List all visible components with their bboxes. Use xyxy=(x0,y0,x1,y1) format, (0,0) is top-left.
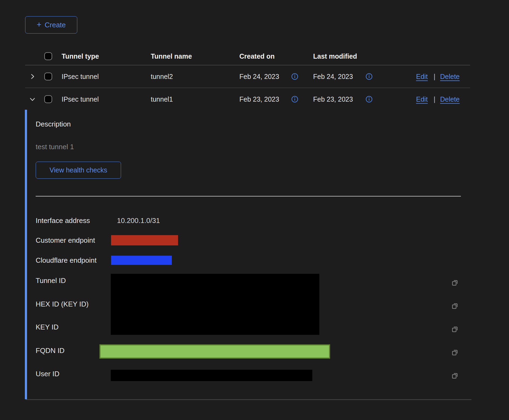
copy-icon xyxy=(451,349,459,356)
table-row: IPsec tunnel tunnel1 Feb 23, 2023 Feb 23… xyxy=(25,88,470,111)
action-separator: | xyxy=(434,95,436,103)
table-bottom-divider xyxy=(26,399,471,400)
create-button[interactable]: + Create xyxy=(25,16,77,34)
description-value: test tunnel 1 xyxy=(36,143,74,151)
created-on-info-icon[interactable] xyxy=(291,95,299,103)
created-on-cell: Feb 23, 2023 xyxy=(239,95,279,103)
copy-fqdn-id-button[interactable] xyxy=(450,347,460,358)
column-header-tunnel-type: Tunnel type xyxy=(62,52,99,60)
customer-endpoint-redaction xyxy=(111,235,178,245)
created-on-cell: Feb 24, 2023 xyxy=(239,72,279,80)
fqdn-id-label: FQDN ID xyxy=(36,346,65,355)
cloudflare-endpoint-label: Cloudflare endpoint xyxy=(36,256,97,265)
tunnel-id-label: Tunnel ID xyxy=(36,276,66,285)
plus-icon: + xyxy=(37,21,42,29)
copy-icon xyxy=(451,279,459,286)
edit-link[interactable]: Edit xyxy=(416,95,428,103)
table-row: IPsec tunnel tunnel2 Feb 24, 2023 Feb 24… xyxy=(25,65,470,88)
last-modified-info-icon[interactable] xyxy=(366,95,373,103)
copy-key-id-button[interactable] xyxy=(450,324,460,335)
detail-section-divider xyxy=(36,196,461,196)
chevron-right-icon xyxy=(29,73,36,80)
copy-hex-id-button[interactable] xyxy=(450,301,460,311)
tunnel-name-cell: tunnel2 xyxy=(151,72,173,80)
copy-icon xyxy=(451,325,459,333)
view-health-checks-button[interactable]: View health checks xyxy=(36,162,121,179)
customer-endpoint-label: Customer endpoint xyxy=(36,236,95,245)
tunnel-name-cell: tunnel1 xyxy=(151,95,173,103)
user-id-redaction xyxy=(111,370,312,381)
expanded-row-accent-bar xyxy=(25,110,27,399)
ipsec-tunnels-page: + Create Tunnel type Tunnel name Created… xyxy=(0,0,509,420)
expand-row-button[interactable] xyxy=(28,72,37,81)
table-header-row: Tunnel type Tunnel name Created on Last … xyxy=(25,48,470,65)
interface-address-value: 10.200.1.0/31 xyxy=(117,216,160,225)
copy-tunnel-id-button[interactable] xyxy=(450,277,460,288)
column-header-last-modified: Last modified xyxy=(313,52,357,60)
last-modified-cell: Feb 24, 2023 xyxy=(313,72,353,80)
description-label: Description xyxy=(36,120,71,128)
key-id-label: KEY ID xyxy=(36,323,59,331)
cloudflare-endpoint-redaction xyxy=(111,256,172,265)
user-id-label: User ID xyxy=(36,369,59,378)
last-modified-cell: Feb 23, 2023 xyxy=(313,95,353,103)
delete-link[interactable]: Delete xyxy=(440,95,460,103)
chevron-down-icon xyxy=(29,96,36,103)
copy-icon xyxy=(451,302,459,310)
row-checkbox[interactable] xyxy=(44,95,52,103)
copy-icon xyxy=(451,372,459,379)
created-on-info-icon[interactable] xyxy=(291,73,299,80)
row-checkbox[interactable] xyxy=(44,72,52,80)
column-header-created-on: Created on xyxy=(239,52,275,60)
create-button-label: Create xyxy=(45,21,66,29)
fqdn-id-redaction xyxy=(99,344,330,359)
tunnel-type-cell: IPsec tunnel xyxy=(62,72,99,80)
edit-link[interactable]: Edit xyxy=(416,72,428,80)
column-header-tunnel-name: Tunnel name xyxy=(151,52,192,60)
delete-link[interactable]: Delete xyxy=(440,72,460,80)
action-separator: | xyxy=(434,72,436,80)
collapse-row-button[interactable] xyxy=(28,95,37,104)
tunnel-type-cell: IPsec tunnel xyxy=(62,95,99,103)
tunnel-ids-redaction xyxy=(111,274,319,335)
hex-id-label: HEX ID (KEY ID) xyxy=(36,300,89,308)
select-all-checkbox[interactable] xyxy=(44,52,52,60)
last-modified-info-icon[interactable] xyxy=(366,73,373,80)
interface-address-label: Interface address xyxy=(36,216,90,225)
copy-user-id-button[interactable] xyxy=(450,370,460,381)
